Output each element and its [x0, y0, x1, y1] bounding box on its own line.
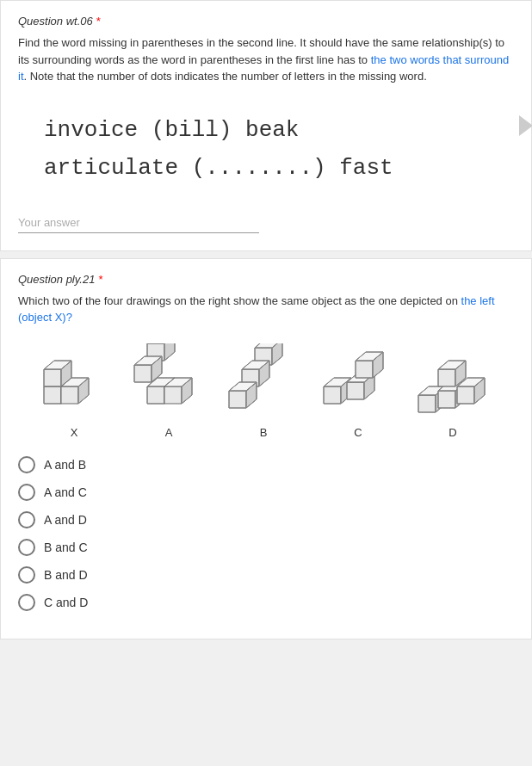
radio-cd[interactable]	[18, 594, 35, 611]
option-ad[interactable]: A and D	[18, 511, 514, 528]
option-bc-label: B and C	[44, 541, 88, 554]
question-wt06-description: Find the word missing in parentheses in …	[18, 34, 514, 85]
svg-marker-112	[324, 386, 341, 404]
drawing-a-label: A	[165, 426, 173, 439]
option-cd[interactable]: C and D	[18, 594, 514, 611]
svg-marker-12	[61, 386, 78, 404]
svg-marker-148	[418, 395, 436, 412]
radio-ab[interactable]	[18, 456, 35, 473]
drawings-container: X	[18, 343, 514, 439]
question-label-text: Question wt.06	[18, 15, 93, 28]
radio-ac[interactable]	[18, 484, 35, 501]
svg-marker-124	[347, 382, 364, 399]
cube-svg-b	[225, 343, 302, 421]
option-ad-label: A and D	[44, 513, 87, 527]
svg-marker-33	[164, 343, 175, 361]
required-star: *	[96, 15, 100, 28]
drawing-d: D	[405, 343, 500, 439]
svg-marker-56	[147, 386, 164, 404]
svg-marker-44	[134, 365, 152, 382]
question2-required-star: *	[98, 273, 102, 286]
answer-input[interactable]	[18, 213, 259, 233]
puzzle-line2: articulate (........) fast	[44, 149, 514, 187]
option-ac-label: A and C	[44, 485, 87, 499]
puzzle-line1: invoice (bill) beak	[44, 111, 514, 149]
svg-marker-172	[457, 386, 474, 404]
svg-marker-21	[44, 369, 61, 386]
question-ply21-label: Question ply.21 *	[18, 273, 514, 286]
option-bc[interactable]: B and C	[18, 539, 514, 556]
svg-marker-0	[44, 386, 61, 404]
option-ab[interactable]: A and B	[18, 456, 514, 473]
question-wt06-label: Question wt.06 *	[18, 15, 514, 28]
option-ab-label: A and B	[44, 458, 86, 472]
svg-marker-68	[164, 386, 182, 404]
svg-marker-136	[356, 361, 373, 378]
drawing-b-label: B	[260, 426, 268, 439]
cube-svg-a	[130, 343, 207, 421]
drawing-c-label: C	[354, 426, 362, 439]
radio-bd[interactable]	[18, 566, 35, 584]
radio-bc[interactable]	[18, 539, 35, 556]
word-puzzle: invoice (bill) beak articulate (........…	[44, 111, 514, 187]
question-ply21-description: Which two of the four drawings on the ri…	[18, 293, 514, 326]
question-ply21-card: Question ply.21 * Which two of the four …	[0, 258, 532, 639]
option-ac[interactable]: A and C	[18, 484, 514, 501]
radio-ad[interactable]	[18, 511, 35, 528]
drawing-d-label: D	[448, 426, 456, 439]
cube-svg-x	[35, 343, 113, 421]
svg-marker-160	[438, 391, 455, 408]
svg-marker-184	[438, 369, 455, 386]
question-wt06-card: Question wt.06 * Find the word missing i…	[0, 0, 532, 251]
drawing-a: A	[121, 343, 216, 439]
cube-svg-c	[319, 343, 397, 421]
option-bd-label: B and D	[44, 568, 88, 582]
radio-options-group: A and B A and C A and D B and C B and D …	[18, 456, 514, 611]
drawing-x-label: X	[71, 426, 78, 439]
svg-marker-100	[229, 391, 246, 408]
cube-svg-d	[414, 343, 492, 421]
drawing-b: B	[216, 343, 311, 439]
next-arrow[interactable]	[519, 115, 532, 136]
drawing-c: C	[311, 343, 405, 439]
question2-label-text: Question ply.21	[18, 273, 95, 286]
drawing-x: X	[27, 343, 121, 439]
option-cd-label: C and D	[44, 596, 88, 609]
option-bd[interactable]: B and D	[18, 566, 514, 584]
